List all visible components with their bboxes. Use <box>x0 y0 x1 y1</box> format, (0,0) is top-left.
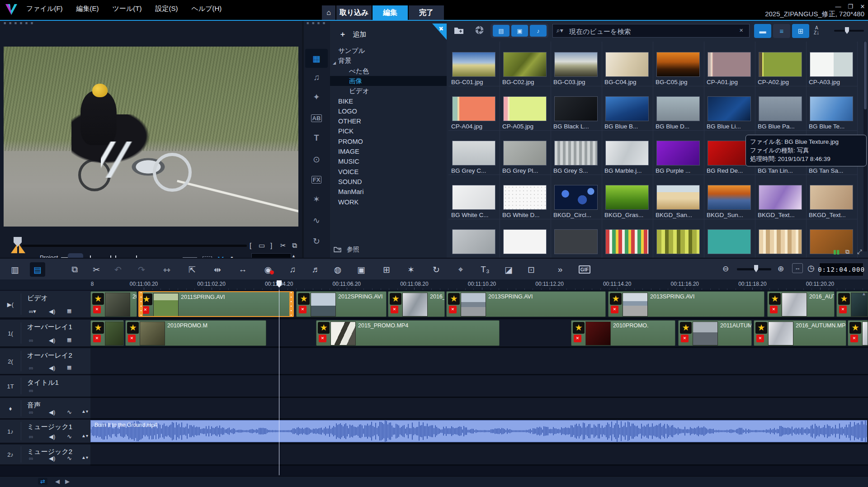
panel-grip[interactable]: ■ ■ ■ ■ <box>307 22 326 24</box>
tree-item-ビデオ[interactable]: ビデオ <box>330 86 447 96</box>
search-clear-icon[interactable]: ✕ <box>739 28 743 33</box>
track-row-タイトル1[interactable] <box>90 375 868 398</box>
clip-2012SPRING.AVI[interactable]: ★✕2012SPRING.AVI <box>296 291 387 317</box>
view-list-button[interactable]: ≡ <box>773 24 790 38</box>
thumbnail-partial[interactable] <box>503 229 547 254</box>
toolbar-sound-mixer-button[interactable]: ♬ <box>308 262 324 277</box>
clip-2016_AUT[interactable]: ★✕2016_AUT <box>388 291 445 317</box>
thumbnail-BG White D...[interactable] <box>503 185 547 210</box>
tree-item-ManMari[interactable]: ManMari <box>330 187 447 197</box>
tree-item-OTHER[interactable]: OTHER <box>330 116 447 126</box>
nav-motion-path[interactable]: ∿ <box>305 211 328 230</box>
track-speaker-button[interactable]: ◀) <box>49 364 55 371</box>
clip-untitled[interactable]: ★✕ <box>848 320 868 346</box>
toolbar-track-region-button[interactable]: ⌖ <box>453 262 468 277</box>
toolbar-resize-window-button[interactable]: ⇱ <box>184 262 200 277</box>
clip-2016_AUTUMN.MP4[interactable]: ★✕2016_AUTUMN.MP4 <box>754 320 846 346</box>
tab-取り込み[interactable]: 取り込み <box>336 5 372 20</box>
track-tri-button[interactable]: ▲▾ <box>81 455 88 460</box>
thumbnail-CP-A05.jpg[interactable] <box>503 96 547 121</box>
tree-item-背景[interactable]: ◢背景 <box>330 56 447 66</box>
scroll-right-button[interactable]: ▶ <box>65 478 70 485</box>
nav-audio-music[interactable]: ♫ <box>305 68 328 87</box>
tree-item-SOUND[interactable]: SOUND <box>330 177 447 187</box>
toolbar-timeline-view-button[interactable]: ▤ <box>30 262 45 277</box>
track-checker-button[interactable]: ▦ <box>67 337 71 343</box>
preview-video[interactable] <box>4 47 298 227</box>
thumbnail-BG Blue Li...[interactable] <box>708 96 751 121</box>
track-link-button[interactable]: ∞ <box>29 455 33 462</box>
thumbnail-partial[interactable] <box>656 229 700 254</box>
toolbar-zoom-out-icon[interactable]: ⊖ <box>722 264 729 274</box>
track-tri-button[interactable]: ▲▾ <box>81 433 88 438</box>
nav-effect-wand[interactable]: ✶ <box>305 189 328 208</box>
track-speaker-button[interactable]: ◀) <box>49 409 55 416</box>
toolbar-record-capture-button[interactable]: ◉ <box>260 262 276 277</box>
toolbar-split-clip-button[interactable]: ⇹ <box>210 262 225 277</box>
thumbnail-BG Red De...[interactable] <box>708 141 751 165</box>
track-link-button[interactable]: ∞ <box>29 433 33 440</box>
track-checker-button[interactable]: ▦ <box>67 364 71 370</box>
toolbar-copy-button[interactable]: ⧉ <box>67 262 82 277</box>
aperture-icon[interactable] <box>475 25 484 37</box>
track-link-button[interactable]: ∞ <box>29 409 33 416</box>
filter-videos-button[interactable]: ▤ <box>493 25 509 37</box>
track-wave-button[interactable]: ∿ <box>67 409 72 416</box>
trim-handle-left[interactable] <box>139 292 143 316</box>
timeline-ruler[interactable]: 8 00:11:00.2000:11:02.2000:11:04.2000:11… <box>0 279 868 290</box>
thumbnail-CP-A02.jpg[interactable] <box>759 52 802 77</box>
enlarge-button[interactable]: ⧉ <box>292 241 297 250</box>
clip-2016_AUTUM[interactable]: ★✕2016_AUTUM <box>767 291 835 317</box>
scrubber-handle[interactable] <box>14 237 22 247</box>
thumbnail-BG Purple ...[interactable] <box>656 141 700 165</box>
toolbar-subtitle-editor-button[interactable]: ▣ <box>354 262 369 277</box>
tab-home[interactable]: ⌂ <box>322 5 335 20</box>
playhead-line[interactable] <box>279 290 279 475</box>
toolbar-loop-sync-button[interactable]: ↻ <box>429 262 444 277</box>
toolbar-storyboard-view-button[interactable]: ▥ <box>7 262 23 277</box>
toolbar-speed-button[interactable]: » <box>552 262 568 277</box>
add-folder-button[interactable]: ＋ 追加 <box>339 30 366 39</box>
thumbnail-partial[interactable] <box>759 229 802 254</box>
tree-item-画像[interactable]: 画像 <box>330 76 447 86</box>
thumbnail-partial[interactable] <box>452 229 495 254</box>
clip-2011AUTUMN.AV[interactable]: ★✕2011AUTUMN.AV <box>678 320 752 346</box>
toolbar-redo-button[interactable]: ↷ <box>134 262 149 277</box>
toolbar-stretch-button[interactable]: ↔ <box>235 262 250 277</box>
track-speaker-button[interactable]: ◀) <box>49 308 55 315</box>
clip-2011SP[interactable]: ★✕2011SP <box>90 291 137 317</box>
tree-item-VOICE[interactable]: VOICE <box>330 167 447 177</box>
toolbar-undo-button[interactable]: ↶ <box>110 262 126 277</box>
nav-media[interactable]: ▦ <box>305 49 328 68</box>
tree-item-べた色[interactable]: べた色 <box>330 66 447 76</box>
track-row-ミュージック2[interactable] <box>90 444 868 466</box>
toolbar-timecode[interactable]: 0:12:04.000 <box>819 263 863 276</box>
track-speaker-button[interactable]: ◀) <box>49 455 55 462</box>
menu-item-1[interactable]: 編集(E) <box>76 5 99 13</box>
tree-item-PROMO[interactable]: PROMO <box>330 137 447 147</box>
thumbnail-BG Blue Pa...[interactable] <box>759 96 802 121</box>
clip-2013SPRING.AVI[interactable]: ★✕2013SPRING.AVI <box>446 291 606 317</box>
clip-2010PROMO.M[interactable]: ★✕2010PROMO.M <box>125 320 266 346</box>
track-row-オーバーレイ2[interactable] <box>90 348 868 375</box>
thumbnail-BKGD_Circl...[interactable] <box>554 185 598 210</box>
search-input[interactable] <box>568 25 733 37</box>
duration-clock-icon[interactable]: ◷ <box>807 263 815 273</box>
nav-title-t[interactable]: T <box>305 128 328 147</box>
tree-item-BIKE[interactable]: BIKE <box>330 96 447 106</box>
thumbnail-BKGD_Text...[interactable] <box>759 185 802 210</box>
tree-item-IMAGE[interactable]: IMAGE <box>330 147 447 156</box>
thumbnail-BG Grey Pl...[interactable] <box>503 141 547 165</box>
insert-track-button[interactable]: ⇄ <box>38 478 47 485</box>
toolbar-multicam-button[interactable]: ⊡ <box>524 262 539 277</box>
thumbnail-BG Grey S...[interactable] <box>554 141 598 165</box>
tree-item-MUSIC[interactable]: MUSIC <box>330 156 447 166</box>
split-button[interactable]: ✂ <box>280 241 286 250</box>
timeline-zoom-handle[interactable] <box>754 265 758 272</box>
track-link-button[interactable]: ∞ <box>29 364 33 371</box>
fit-timeline-icon[interactable]: ↔ <box>792 263 803 273</box>
filter-photos-button[interactable]: ▣ <box>511 25 528 37</box>
track-link-button[interactable]: ∞ <box>29 337 33 344</box>
menu-item-4[interactable]: ヘルプ(H) <box>191 5 222 13</box>
thumbnail-BG Blue D...[interactable] <box>656 96 700 121</box>
